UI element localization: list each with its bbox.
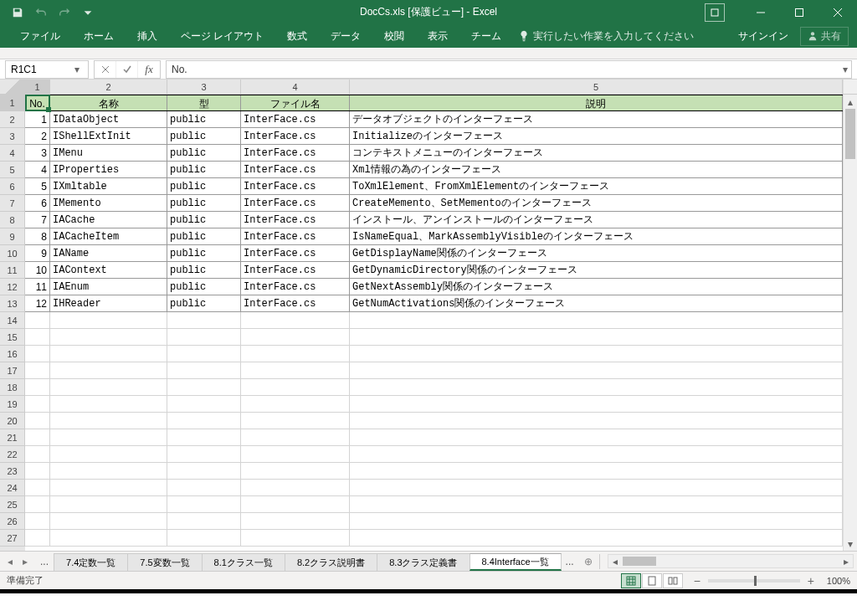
cell-desc[interactable]: GetDynamicDirectory関係のインターフェース xyxy=(350,262,843,278)
cell-type[interactable]: public xyxy=(167,195,241,211)
cell[interactable] xyxy=(50,480,167,495)
cell-name[interactable]: IACacheItem xyxy=(50,228,167,244)
sheet-tab[interactable]: 8.4Interface一覧 xyxy=(470,553,562,571)
sheet-tab[interactable]: 8.3クラス定義書 xyxy=(377,553,470,571)
cell-desc[interactable]: Initializeのインターフェース xyxy=(350,128,843,144)
tab-pagelayout[interactable]: ページ レイアウト xyxy=(169,24,275,48)
insert-function-button[interactable]: fx xyxy=(138,61,160,78)
expand-formula-icon[interactable]: ▾ xyxy=(843,64,848,75)
close-button[interactable] xyxy=(819,0,857,24)
row-header-27[interactable]: 27 xyxy=(0,530,25,547)
cell-file[interactable]: InterFace.cs xyxy=(241,295,350,311)
header-type[interactable]: 型 xyxy=(167,95,241,110)
cell-type[interactable]: public xyxy=(167,145,241,161)
vertical-scrollbar[interactable]: ▴ ▾ xyxy=(843,95,857,551)
cell-desc[interactable]: コンテキストメニューのインターフェース xyxy=(350,145,843,161)
cell-name[interactable]: IAContext xyxy=(50,262,167,278)
cell-name[interactable]: IAName xyxy=(50,245,167,261)
cell[interactable] xyxy=(350,463,843,479)
cell-no[interactable]: 4 xyxy=(25,162,50,177)
cell[interactable] xyxy=(167,396,241,412)
cell[interactable] xyxy=(241,446,350,462)
cell[interactable] xyxy=(167,362,241,378)
row-header-20[interactable]: 20 xyxy=(0,413,25,429)
cell[interactable] xyxy=(167,480,241,495)
tab-split-handle[interactable] xyxy=(599,554,603,569)
zoom-handle[interactable] xyxy=(754,576,757,586)
cell-type[interactable]: public xyxy=(167,262,241,278)
share-button[interactable]: 共有 xyxy=(800,27,849,46)
row-header-26[interactable]: 26 xyxy=(0,513,25,530)
cell-no[interactable]: 6 xyxy=(25,195,50,211)
ribbon-display-button[interactable] xyxy=(705,3,725,22)
cell-desc[interactable]: Xml情報の為のインターフェース xyxy=(350,162,843,177)
scroll-right-icon[interactable]: ▸ xyxy=(839,556,853,567)
zoom-in-button[interactable]: + xyxy=(805,576,817,586)
cell-desc[interactable]: データオブジェクトのインターフェース xyxy=(350,111,843,127)
column-header-2[interactable]: 2 xyxy=(50,80,167,94)
cell[interactable] xyxy=(25,429,50,445)
header-no[interactable]: No. xyxy=(25,95,50,110)
row-header-11[interactable]: 11 xyxy=(0,262,25,279)
sheet-ellipsis-right[interactable]: ... xyxy=(561,556,579,567)
sheet-tab[interactable]: 7.4定数一覧 xyxy=(54,553,128,571)
cell-file[interactable]: InterFace.cs xyxy=(241,245,350,261)
cell[interactable] xyxy=(167,496,241,512)
cell[interactable] xyxy=(350,346,843,362)
cell-type[interactable]: public xyxy=(167,279,241,295)
cell[interactable] xyxy=(50,379,167,395)
cell-no[interactable]: 8 xyxy=(25,228,50,244)
cell[interactable] xyxy=(350,496,843,512)
row-header-12[interactable]: 12 xyxy=(0,279,25,295)
tab-formulas[interactable]: 数式 xyxy=(275,24,319,48)
tab-file[interactable]: ファイル xyxy=(8,24,72,48)
cell-name[interactable]: IMenu xyxy=(50,145,167,161)
minimize-button[interactable] xyxy=(742,0,780,24)
cell-desc[interactable]: ToXmlElement、FromXmlElementのインターフェース xyxy=(350,178,843,194)
cell[interactable] xyxy=(25,329,50,345)
cell-name[interactable]: IMemento xyxy=(50,195,167,211)
tab-home[interactable]: ホーム xyxy=(72,24,126,48)
cell[interactable] xyxy=(50,496,167,512)
cell-type[interactable]: public xyxy=(167,245,241,261)
column-header-5[interactable]: 5 xyxy=(350,80,843,94)
redo-button[interactable] xyxy=(54,3,75,23)
cell-desc[interactable]: GetNextAssembly関係のインターフェース xyxy=(350,279,843,295)
cell-type[interactable]: public xyxy=(167,111,241,127)
zoom-out-button[interactable]: − xyxy=(691,576,703,586)
row-header-24[interactable]: 24 xyxy=(0,480,25,496)
cell[interactable] xyxy=(350,413,843,429)
cell[interactable] xyxy=(241,463,350,479)
cell[interactable] xyxy=(167,530,241,546)
sheet-first-button[interactable]: ◂ xyxy=(3,554,17,569)
scroll-up-icon[interactable]: ▴ xyxy=(844,95,857,109)
header-desc[interactable]: 説明 xyxy=(350,95,843,110)
cell[interactable] xyxy=(350,530,843,546)
cell[interactable] xyxy=(350,480,843,495)
cell[interactable] xyxy=(167,312,241,328)
cell[interactable] xyxy=(167,379,241,395)
cell-desc[interactable]: GetNumActivations関係のインターフェース xyxy=(350,295,843,311)
cell[interactable] xyxy=(167,463,241,479)
row-header-13[interactable]: 13 xyxy=(0,295,25,312)
row-header-3[interactable]: 3 xyxy=(0,128,25,145)
cell[interactable] xyxy=(25,530,50,546)
cell-type[interactable]: public xyxy=(167,295,241,311)
cell-no[interactable]: 7 xyxy=(25,212,50,228)
name-box[interactable]: R1C1 ▾ xyxy=(5,60,89,79)
cell[interactable] xyxy=(241,396,350,412)
tab-team[interactable]: チーム xyxy=(459,24,513,48)
sheet-tab[interactable]: 7.5変数一覧 xyxy=(127,553,202,571)
cell-file[interactable]: InterFace.cs xyxy=(241,128,350,144)
cell[interactable] xyxy=(25,463,50,479)
cell[interactable] xyxy=(167,513,241,529)
scroll-down-icon[interactable]: ▾ xyxy=(844,536,857,551)
cell[interactable] xyxy=(50,396,167,412)
cell-no[interactable]: 11 xyxy=(25,279,50,295)
column-header-3[interactable]: 3 xyxy=(167,80,241,94)
header-name[interactable]: 名称 xyxy=(50,95,167,110)
cell[interactable] xyxy=(167,413,241,429)
cell-type[interactable]: public xyxy=(167,228,241,244)
row-header-1[interactable]: 1 xyxy=(0,95,25,111)
cell-desc[interactable]: インストール、アンインストールのインターフェース xyxy=(350,212,843,228)
